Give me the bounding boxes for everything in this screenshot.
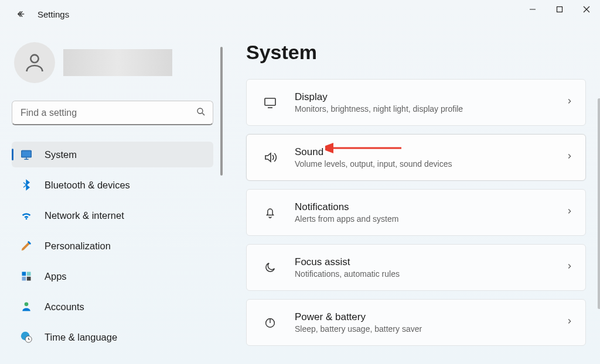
card-subtitle: Notifications, automatic rules xyxy=(295,269,565,279)
globe-clock-icon xyxy=(20,331,33,344)
back-arrow-icon xyxy=(16,9,26,19)
search-input[interactable] xyxy=(12,101,213,125)
svg-rect-7 xyxy=(27,272,31,276)
chevron-right-icon xyxy=(565,262,574,273)
card-title: Power & battery xyxy=(295,311,565,323)
nav-item-label: Apps xyxy=(45,271,67,282)
card-title: Display xyxy=(295,91,565,103)
window-minimize-button[interactable] xyxy=(519,0,546,19)
sound-icon xyxy=(262,149,278,166)
settings-card-focus-assist[interactable]: Focus assist Notifications, automatic ru… xyxy=(246,244,586,291)
nav-item-label: Bluetooth & devices xyxy=(45,180,130,191)
nav-item-label: Network & internet xyxy=(45,210,124,221)
user-icon xyxy=(23,51,46,74)
card-subtitle: Monitors, brightness, night light, displ… xyxy=(295,104,565,114)
svg-rect-1 xyxy=(557,7,562,12)
window-close-button[interactable] xyxy=(573,0,600,19)
settings-card-power-battery[interactable]: Power & battery Sleep, battery usage, ba… xyxy=(246,299,586,346)
nav-item-system[interactable]: System xyxy=(12,142,213,167)
settings-card-list: Display Monitors, brightness, night ligh… xyxy=(246,79,586,346)
settings-card-display[interactable]: Display Monitors, brightness, night ligh… xyxy=(246,79,586,126)
back-button[interactable] xyxy=(9,2,33,26)
nav-item-label: System xyxy=(45,149,77,160)
settings-card-sound[interactable]: Sound Volume levels, output, input, soun… xyxy=(246,134,586,181)
main-scrollbar[interactable] xyxy=(598,98,600,309)
chevron-right-icon xyxy=(565,207,574,218)
person-icon xyxy=(20,300,33,313)
card-subtitle: Sleep, battery usage, battery saver xyxy=(295,324,565,334)
apps-icon xyxy=(20,270,33,283)
svg-rect-8 xyxy=(22,277,26,281)
close-icon xyxy=(583,6,590,13)
power-icon xyxy=(262,314,278,331)
display-icon xyxy=(262,94,278,111)
nav-item-bluetooth-devices[interactable]: Bluetooth & devices xyxy=(12,172,213,198)
chevron-right-icon xyxy=(565,97,574,108)
svg-rect-0 xyxy=(530,9,536,10)
app-title: Settings xyxy=(38,9,69,19)
sidebar-scrollbar[interactable] xyxy=(220,47,223,176)
user-name-redacted xyxy=(63,49,172,76)
card-title: Notifications xyxy=(295,201,565,213)
card-subtitle: Alerts from apps and system xyxy=(295,214,565,224)
search-icon xyxy=(196,107,206,119)
nav-item-time-language[interactable]: Time & language xyxy=(12,324,213,350)
svg-rect-9 xyxy=(27,277,31,281)
chevron-right-icon xyxy=(565,317,574,328)
svg-point-10 xyxy=(25,303,29,307)
nav-item-label: Time & language xyxy=(45,332,117,343)
wifi-icon xyxy=(20,209,33,222)
card-title: Focus assist xyxy=(295,256,565,268)
nav-item-personalization[interactable]: Personalization xyxy=(12,233,213,259)
svg-rect-6 xyxy=(22,272,26,276)
chevron-right-icon xyxy=(565,152,574,163)
svg-rect-4 xyxy=(22,151,32,157)
bell-icon xyxy=(262,204,278,221)
svg-point-2 xyxy=(30,55,38,63)
svg-rect-13 xyxy=(265,98,275,105)
display-icon xyxy=(20,148,33,161)
page-heading: System xyxy=(246,41,586,64)
card-subtitle: Volume levels, output, input, sound devi… xyxy=(295,159,565,169)
window-maximize-button[interactable] xyxy=(546,0,573,19)
svg-point-3 xyxy=(197,108,203,114)
maximize-icon xyxy=(556,6,563,13)
bluetooth-icon xyxy=(20,178,33,191)
minimize-icon xyxy=(529,6,536,13)
user-avatar[interactable] xyxy=(14,42,55,83)
nav-item-apps[interactable]: Apps xyxy=(12,263,213,289)
nav-list: System Bluetooth & devices Network & int… xyxy=(12,142,213,350)
nav-item-network-internet[interactable]: Network & internet xyxy=(12,202,213,228)
brush-icon xyxy=(20,239,33,252)
nav-item-accounts[interactable]: Accounts xyxy=(12,294,213,320)
nav-item-label: Accounts xyxy=(45,301,84,313)
card-title: Sound xyxy=(295,146,565,158)
settings-card-notifications[interactable]: Notifications Alerts from apps and syste… xyxy=(246,189,586,236)
moon-icon xyxy=(262,259,278,276)
nav-item-label: Personalization xyxy=(45,241,111,252)
